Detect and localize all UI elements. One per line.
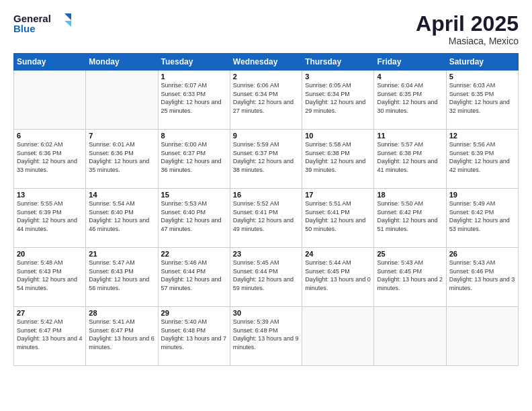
day-number: 18	[377, 191, 443, 199]
day-info: Sunrise: 5:49 AMSunset: 6:42 PMDaylight:…	[449, 200, 510, 232]
location-subtitle: Masiaca, Mexico	[416, 36, 519, 46]
table-row: 20 Sunrise: 5:48 AMSunset: 6:43 PMDaylig…	[14, 248, 86, 307]
table-row: 30 Sunrise: 5:39 AMSunset: 6:48 PMDaylig…	[230, 307, 302, 366]
table-row: 1 Sunrise: 6:07 AMSunset: 6:33 PMDayligh…	[158, 71, 230, 130]
day-number: 12	[449, 132, 515, 140]
day-number: 17	[305, 191, 371, 199]
day-info: Sunrise: 5:54 AMSunset: 6:40 PMDaylight:…	[89, 200, 149, 232]
title-block: April 2025 Masiaca, Mexico	[416, 12, 519, 46]
day-number: 24	[305, 250, 371, 258]
day-number: 23	[233, 250, 299, 258]
day-info: Sunrise: 6:02 AMSunset: 6:36 PMDaylight:…	[17, 141, 77, 173]
month-title: April 2025	[416, 12, 519, 36]
day-number: 21	[89, 250, 154, 258]
day-number: 6	[17, 132, 83, 140]
col-wednesday: Wednesday	[230, 54, 302, 71]
day-info: Sunrise: 5:55 AMSunset: 6:39 PMDaylight:…	[17, 200, 77, 232]
day-number: 28	[89, 309, 154, 317]
svg-text:Blue: Blue	[13, 23, 36, 34]
day-number: 27	[17, 309, 83, 317]
table-row: 24 Sunrise: 5:44 AMSunset: 6:45 PMDaylig…	[302, 248, 374, 307]
day-info: Sunrise: 5:57 AMSunset: 6:38 PMDaylight:…	[377, 141, 437, 173]
day-info: Sunrise: 5:39 AMSunset: 6:48 PMDaylight:…	[233, 318, 299, 351]
table-row: 22 Sunrise: 5:46 AMSunset: 6:44 PMDaylig…	[158, 248, 230, 307]
col-monday: Monday	[86, 54, 158, 71]
day-number: 25	[377, 250, 443, 258]
day-info: Sunrise: 5:43 AMSunset: 6:45 PMDaylight:…	[377, 259, 443, 291]
table-row: 7 Sunrise: 6:01 AMSunset: 6:36 PMDayligh…	[86, 130, 158, 189]
col-thursday: Thursday	[302, 54, 374, 71]
table-row: 26 Sunrise: 5:43 AMSunset: 6:46 PMDaylig…	[446, 248, 518, 307]
day-info: Sunrise: 5:40 AMSunset: 6:48 PMDaylight:…	[161, 318, 227, 351]
page-header: General Blue April 2025 Masiaca, Mexico	[13, 12, 519, 46]
table-row: 29 Sunrise: 5:40 AMSunset: 6:48 PMDaylig…	[158, 307, 230, 366]
day-number: 20	[17, 250, 83, 258]
day-number: 7	[89, 132, 154, 140]
svg-marker-2	[64, 13, 71, 20]
table-row: 23 Sunrise: 5:45 AMSunset: 6:44 PMDaylig…	[230, 248, 302, 307]
day-info: Sunrise: 5:42 AMSunset: 6:47 PMDaylight:…	[17, 318, 83, 351]
table-row: 21 Sunrise: 5:47 AMSunset: 6:43 PMDaylig…	[86, 248, 158, 307]
table-row: 16 Sunrise: 5:52 AMSunset: 6:41 PMDaylig…	[230, 189, 302, 248]
table-row: 9 Sunrise: 5:59 AMSunset: 6:37 PMDayligh…	[230, 130, 302, 189]
table-row	[86, 71, 158, 130]
day-number: 19	[449, 191, 515, 199]
table-row: 14 Sunrise: 5:54 AMSunset: 6:40 PMDaylig…	[86, 189, 158, 248]
day-number: 30	[233, 309, 299, 317]
day-info: Sunrise: 5:43 AMSunset: 6:46 PMDaylight:…	[449, 259, 515, 291]
table-row: 17 Sunrise: 5:51 AMSunset: 6:41 PMDaylig…	[302, 189, 374, 248]
col-sunday: Sunday	[14, 54, 86, 71]
day-info: Sunrise: 5:45 AMSunset: 6:44 PMDaylight:…	[233, 259, 294, 291]
day-info: Sunrise: 6:07 AMSunset: 6:33 PMDaylight:…	[161, 82, 222, 114]
svg-marker-3	[64, 21, 71, 27]
table-row: 3 Sunrise: 6:05 AMSunset: 6:34 PMDayligh…	[302, 71, 374, 130]
day-number: 2	[233, 73, 299, 81]
day-info: Sunrise: 5:47 AMSunset: 6:43 PMDaylight:…	[89, 259, 149, 291]
day-number: 22	[161, 250, 227, 258]
col-saturday: Saturday	[446, 54, 518, 71]
day-info: Sunrise: 5:46 AMSunset: 6:44 PMDaylight:…	[161, 259, 222, 291]
day-number: 15	[161, 191, 227, 199]
table-row: 25 Sunrise: 5:43 AMSunset: 6:45 PMDaylig…	[374, 248, 446, 307]
col-tuesday: Tuesday	[158, 54, 230, 71]
day-number: 1	[161, 73, 227, 81]
table-row: 15 Sunrise: 5:53 AMSunset: 6:40 PMDaylig…	[158, 189, 230, 248]
day-info: Sunrise: 6:04 AMSunset: 6:35 PMDaylight:…	[377, 82, 437, 114]
table-row: 2 Sunrise: 6:06 AMSunset: 6:34 PMDayligh…	[230, 71, 302, 130]
table-row	[14, 71, 86, 130]
day-info: Sunrise: 5:51 AMSunset: 6:41 PMDaylight:…	[305, 200, 365, 232]
day-info: Sunrise: 5:41 AMSunset: 6:47 PMDaylight:…	[89, 318, 154, 351]
day-number: 14	[89, 191, 154, 199]
table-row: 12 Sunrise: 5:56 AMSunset: 6:39 PMDaylig…	[446, 130, 518, 189]
day-info: Sunrise: 5:53 AMSunset: 6:40 PMDaylight:…	[161, 200, 222, 232]
day-number: 3	[305, 73, 371, 81]
day-number: 26	[449, 250, 515, 258]
calendar-table: Sunday Monday Tuesday Wednesday Thursday…	[13, 53, 519, 366]
day-info: Sunrise: 5:44 AMSunset: 6:45 PMDaylight:…	[305, 259, 371, 291]
table-row: 18 Sunrise: 5:50 AMSunset: 6:42 PMDaylig…	[374, 189, 446, 248]
day-info: Sunrise: 6:03 AMSunset: 6:35 PMDaylight:…	[449, 82, 510, 114]
table-row: 19 Sunrise: 5:49 AMSunset: 6:42 PMDaylig…	[446, 189, 518, 248]
logo: General Blue	[13, 12, 74, 35]
table-row: 6 Sunrise: 6:02 AMSunset: 6:36 PMDayligh…	[14, 130, 86, 189]
day-number: 8	[161, 132, 227, 140]
day-info: Sunrise: 6:01 AMSunset: 6:36 PMDaylight:…	[89, 141, 149, 173]
col-friday: Friday	[374, 54, 446, 71]
table-row: 28 Sunrise: 5:41 AMSunset: 6:47 PMDaylig…	[86, 307, 158, 366]
day-number: 4	[377, 73, 443, 81]
day-number: 13	[17, 191, 83, 199]
day-info: Sunrise: 6:00 AMSunset: 6:37 PMDaylight:…	[161, 141, 222, 173]
calendar-header-row: Sunday Monday Tuesday Wednesday Thursday…	[14, 54, 519, 71]
day-info: Sunrise: 5:52 AMSunset: 6:41 PMDaylight:…	[233, 200, 294, 232]
table-row: 8 Sunrise: 6:00 AMSunset: 6:37 PMDayligh…	[158, 130, 230, 189]
day-number: 16	[233, 191, 299, 199]
day-info: Sunrise: 5:58 AMSunset: 6:38 PMDaylight:…	[305, 141, 365, 173]
day-info: Sunrise: 6:05 AMSunset: 6:34 PMDaylight:…	[305, 82, 365, 114]
day-info: Sunrise: 5:48 AMSunset: 6:43 PMDaylight:…	[17, 259, 77, 291]
day-number: 5	[449, 73, 515, 81]
day-info: Sunrise: 6:06 AMSunset: 6:34 PMDaylight:…	[233, 82, 294, 114]
table-row	[374, 307, 446, 366]
day-number: 10	[305, 132, 371, 140]
table-row: 5 Sunrise: 6:03 AMSunset: 6:35 PMDayligh…	[446, 71, 518, 130]
table-row: 4 Sunrise: 6:04 AMSunset: 6:35 PMDayligh…	[374, 71, 446, 130]
